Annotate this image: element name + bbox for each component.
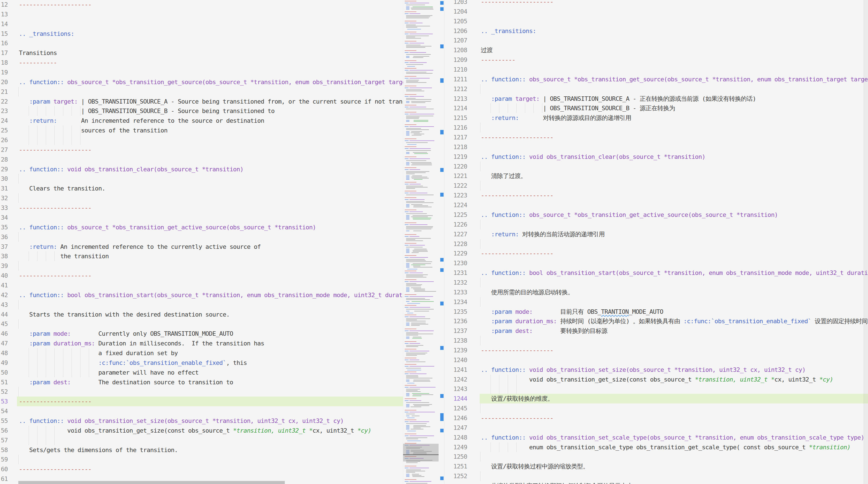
code-text: :param target: | OBS_TRANSITION_SOURCE_A… [481, 94, 756, 103]
modified-line-marker [440, 44, 443, 48]
code-text: sources of the transition [19, 125, 167, 135]
line-number: 38 [0, 251, 8, 261]
indent-guide [516, 384, 517, 394]
code-line: 18----------- [0, 58, 403, 67]
code-text: | OBS_TRANSITION_SOURCE_B - 源正在转换为 [481, 103, 675, 113]
line-number: 22 [0, 97, 8, 107]
code-line: 28 [0, 155, 403, 164]
modified-line-marker [440, 268, 443, 272]
overview-ruler[interactable] [439, 0, 444, 484]
code-text: 使用所需的目的地源启动转换。 [481, 288, 574, 297]
code-line: 1224 [444, 200, 868, 210]
line-number: 45 [0, 319, 8, 329]
code-text: ---------- [481, 55, 515, 65]
modified-line-marker [440, 78, 443, 83]
code-line: 1208过渡 [444, 45, 868, 55]
line-number: 1229 [444, 248, 467, 258]
code-line: 58 Sets/gets the dimensions of the trans… [0, 445, 403, 455]
line-number: 58 [0, 445, 8, 455]
code-line: 41 [0, 280, 403, 290]
code-text: Sets/gets the dimensions of the transiti… [19, 445, 178, 455]
modified-line-marker [440, 168, 443, 172]
code-line: 1241.. function:: void obs_transition_se… [444, 365, 868, 374]
line-number: 1235 [444, 307, 467, 316]
code-text: .. function:: obs_source_t *obs_transiti… [481, 74, 868, 84]
code-line: 1203--------------------- [444, 0, 868, 7]
vscode-split-editor: 12---------------------131415.. _transit… [0, 0, 868, 484]
code-text: :param dest: The destination source to t… [19, 377, 233, 387]
code-line: 22 :param target: | OBS_TRANSITION_SOURC… [0, 97, 403, 107]
editor-left[interactable]: 12---------------------131415.. _transit… [0, 0, 403, 484]
indent-guide [480, 297, 480, 307]
code-line: 47 :param duration_ms: Duration in milli… [0, 338, 403, 348]
code-line: 35.. function:: obs_source_t *obs_transi… [0, 222, 403, 232]
code-line: 54 [0, 406, 403, 416]
line-number: 1242 [444, 374, 467, 384]
line-number: 16 [0, 38, 8, 48]
code-line: 24 :return: An incremented reference to … [0, 116, 403, 125]
minimap-slider[interactable] [403, 444, 439, 461]
line-number: 36 [0, 232, 8, 242]
code-text: .. function:: void obs_transition_clear(… [481, 152, 705, 161]
code-text: .. function:: bool obs_transition_start(… [19, 290, 403, 300]
code-line: 1223--------------------- [444, 190, 868, 200]
code-line: 55.. function:: void obs_transition_set_… [0, 416, 403, 426]
line-number: 1252 [444, 471, 467, 481]
code-text: 此缩放类型决定了转换期间如何绘制每个源的显示大小。 [481, 481, 638, 484]
indent-guide [480, 161, 480, 171]
line-number: 1223 [444, 190, 467, 200]
line-number: 1212 [444, 84, 467, 94]
modified-line-marker [440, 346, 443, 350]
code-line: 31 Clears the transition. [0, 184, 403, 193]
minimap[interactable] [403, 0, 439, 484]
line-number: 28 [0, 155, 8, 164]
indent-guide [18, 300, 19, 310]
line-number: 14 [0, 19, 8, 29]
indent-guide [18, 87, 19, 97]
line-number: 53 [0, 396, 8, 406]
code-text: void obs_transition_get_size(const obs_s… [19, 426, 371, 435]
line-number: 1247 [444, 423, 467, 433]
code-line: 46 :param mode: Currently only OBS_TRANS… [0, 329, 403, 338]
code-text: ----------- [19, 58, 57, 67]
code-line: 39 [0, 261, 403, 271]
code-line: 1230 [444, 258, 868, 268]
code-text: enum obs_transition_scale_type obs_trans… [481, 442, 850, 452]
code-text: | OBS_TRANSITION_SOURCE_B - Source being… [19, 106, 275, 116]
code-line: 27--------------------- [0, 145, 403, 155]
code-text: --------------------- [481, 345, 553, 355]
indent-guide [18, 174, 19, 184]
code-line: 37 :return: An incremented reference to … [0, 242, 403, 251]
code-line: 1251 设置/获取转换过程中源的缩放类型。 [444, 461, 868, 471]
code-line: 43 [0, 300, 403, 310]
code-line: 1217--------------------- [444, 132, 868, 142]
indent-guide [480, 471, 480, 481]
code-line: 1206.. _transitions: [444, 26, 868, 36]
code-line: 1225.. function:: obs_source_t *obs_tran… [444, 210, 868, 220]
line-number: 1214 [444, 103, 467, 113]
editor-right[interactable]: 1203---------------------120412051206.. … [444, 0, 868, 484]
code-line: 1242 void obs_transition_get_size(const … [444, 374, 868, 384]
minimap-slider-line [403, 454, 439, 455]
code-text: :param duration_ms: 持续时间 (以毫秒为单位) 。如果转换具… [481, 316, 868, 326]
line-number: 54 [0, 406, 8, 416]
line-number: 1205 [444, 17, 467, 26]
indent-guide [46, 435, 46, 445]
indent-guide [480, 84, 480, 94]
code-line: 51 :param dest: The destination source t… [0, 377, 403, 387]
code-text: .. _transitions: [19, 29, 74, 39]
line-number: 1225 [444, 210, 467, 220]
code-line: 1212 [444, 84, 868, 94]
code-text: :param target: | OBS_TRANSITION_SOURCE_A… [19, 97, 403, 107]
horizontal-scrollbar[interactable] [18, 481, 285, 484]
code-text: .. function:: void obs_transition_set_si… [481, 365, 806, 374]
line-number: 1228 [444, 239, 467, 249]
code-text: :param mode: Currently only OBS_TRANSITI… [19, 329, 233, 338]
right-scrollbar-track[interactable] [864, 0, 868, 484]
line-number: 26 [0, 135, 8, 145]
indent-guide [499, 384, 499, 394]
code-line: 15.. _transitions: [0, 29, 403, 39]
modified-line-marker [440, 429, 443, 432]
code-line: 1250 [444, 452, 868, 461]
indent-guide [480, 181, 480, 190]
